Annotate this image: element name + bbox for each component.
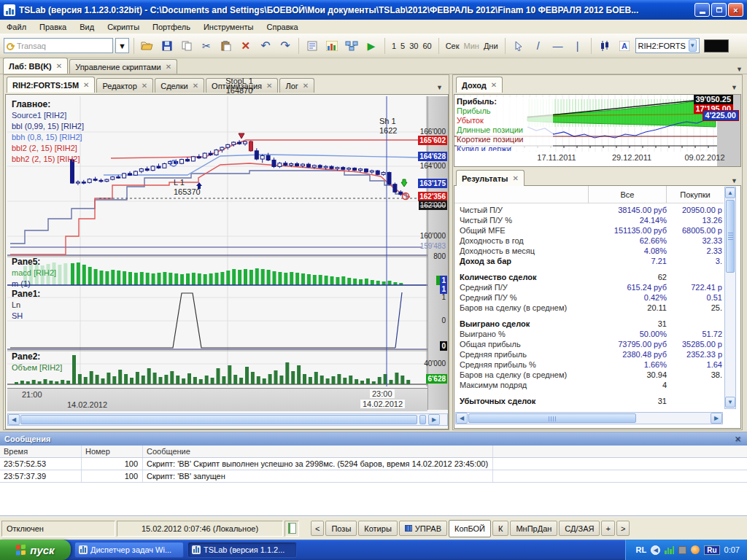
vertical-line-icon[interactable]: | [569, 37, 587, 55]
results-vscrollbar[interactable]: ▲ ▼ [724, 187, 736, 409]
close-tab-icon[interactable]: ✕ [56, 62, 62, 70]
scroll-right-icon[interactable]: ▶ [428, 414, 440, 425]
tray-app-icon[interactable] [678, 546, 686, 554]
desk-button-Котиры[interactable]: Котиры [358, 521, 398, 536]
table-row[interactable]: Баров на сделку (в среднем)30.9438. [454, 370, 724, 380]
close-button[interactable]: × [728, 3, 743, 17]
notes-cell[interactable] [285, 521, 299, 537]
run-script-icon[interactable]: ▶ [363, 37, 380, 55]
connection-dropdown-icon[interactable]: ▼ [115, 38, 129, 53]
message-row[interactable]: 23:57:37.39100Скрипт: 'BB' запущен [0, 470, 747, 483]
script-properties-icon[interactable] [303, 37, 321, 55]
chart-tab-RIH2:FORTS:15M[interactable]: RIH2:FORTS:15M✕ [7, 77, 95, 93]
delete-icon[interactable]: ✕ [237, 37, 255, 55]
results-vscroll-thumb[interactable] [726, 200, 735, 273]
candles-icon[interactable] [596, 37, 614, 55]
scroll-down-icon[interactable]: ▼ [725, 397, 735, 408]
symbol-combo[interactable]: RIH2:FORTS ▼ [635, 38, 700, 53]
connection-combo[interactable]: Transaq [4, 38, 113, 53]
restore-button[interactable] [711, 3, 727, 17]
trend-line-icon[interactable]: / [530, 37, 547, 55]
interval-button-30[interactable]: 30 [407, 42, 420, 50]
desk-button->[interactable]: > [616, 521, 630, 536]
menu-item-Файл[interactable]: Файл [0, 21, 33, 33]
unit-button-Мин[interactable]: Мин [462, 42, 481, 50]
start-button[interactable]: пуск [0, 540, 71, 560]
menu-item-Вид[interactable]: Вид [73, 21, 101, 33]
chart-tab-Лог[interactable]: Лог✕ [279, 78, 314, 93]
language-indicator[interactable]: Ru [704, 545, 719, 555]
tray-orange-icon[interactable] [691, 545, 700, 554]
table-row[interactable]: Количество сделок62 [454, 272, 724, 282]
redo-icon[interactable]: ↷ [276, 37, 294, 55]
script-scheme-icon[interactable] [343, 37, 360, 55]
task-button[interactable]: Диспетчер задач Wi... [74, 542, 184, 558]
results-hscroll-thumb[interactable] [468, 413, 636, 423]
scroll-up-icon[interactable]: ▲ [725, 187, 735, 198]
scroll-right-icon[interactable]: ▶ [711, 413, 722, 424]
chart-scrollbar[interactable]: ◀ ▶ [7, 413, 448, 426]
task-button[interactable]: TSLab (версия 1.1.2... [187, 542, 297, 558]
tray-tslab-icon[interactable] [665, 545, 674, 554]
tab-overflow-icon[interactable]: ▼ [736, 66, 743, 557]
table-row[interactable]: Доходность в месяц4.08%2.33 [454, 246, 724, 256]
desk-button-К[interactable]: К [492, 521, 508, 536]
table-row[interactable]: Средний П/У %0.42%0.51 [454, 292, 724, 303]
tab-Управление скриптами[interactable]: Управление скриптами✕ [69, 59, 177, 74]
close-tab-icon[interactable]: ✕ [303, 82, 309, 90]
copy-icon[interactable] [178, 37, 196, 55]
tray-collapse-icon[interactable]: ◀ [651, 545, 660, 555]
table-row[interactable]: Чистый П/У38145.00 руб20950.00 р [454, 205, 724, 215]
table-row[interactable]: Убыточных сделок31 [454, 396, 724, 406]
menu-item-Справка[interactable]: Справка [260, 21, 305, 33]
interval-button-60[interactable]: 60 [420, 42, 433, 50]
tab-Лаб: BB(K)[interactable]: Лаб: BB(K)✕ [3, 58, 68, 74]
column-number[interactable]: Номер [82, 446, 143, 457]
table-row[interactable]: Доход за бар7.213. [454, 256, 724, 266]
message-row[interactable]: 23:57:52.53100Скрипт: 'BB' Скрипт выполн… [0, 458, 747, 470]
chart-tab-Редактор[interactable]: Редактор✕ [96, 78, 153, 93]
menu-item-Инструменты[interactable]: Инструменты [197, 21, 260, 33]
desk-button-СД/ЗАЯ[interactable]: СД/ЗАЯ [559, 521, 600, 536]
results-hscrollbar[interactable]: ◀ ▶ [455, 412, 723, 424]
interval-button-1[interactable]: 1 [390, 42, 398, 50]
paste-icon[interactable] [217, 37, 235, 55]
desk-button-+[interactable]: + [601, 521, 614, 536]
close-tab-icon[interactable]: ✕ [142, 82, 147, 90]
table-row[interactable]: Выиграно сделок31 [454, 319, 724, 329]
unit-button-Дни[interactable]: Дни [481, 42, 500, 50]
undo-icon[interactable]: ↶ [257, 37, 274, 55]
close-tab-icon[interactable]: ✕ [266, 82, 272, 90]
symbol-dropdown-icon[interactable]: ▼ [689, 39, 697, 52]
column-time[interactable]: Время [0, 446, 82, 457]
desk-button-УПРАВ[interactable]: УПРАВ [399, 521, 447, 536]
menu-item-Правка[interactable]: Правка [33, 21, 73, 33]
close-tab-icon[interactable]: ✕ [193, 82, 198, 90]
unit-button-Сек[interactable]: Сек [444, 42, 462, 50]
table-row[interactable]: Средняя прибыль %1.66%1.64 [454, 359, 724, 370]
table-row[interactable]: Общий MFE151135.00 руб68005.00 р [454, 225, 724, 236]
desk-button-Позы[interactable]: Позы [325, 521, 357, 536]
desk-button-<[interactable]: < [311, 521, 324, 536]
table-row[interactable]: Общая прибыль73795.00 руб35285.00 р [454, 339, 724, 349]
chart-icon[interactable] [323, 37, 341, 55]
interval-button-5[interactable]: 5 [398, 42, 407, 50]
open-folder-icon[interactable] [139, 37, 156, 55]
column-message[interactable]: Сообщение [143, 446, 493, 457]
income-chart-box[interactable]: Прибыль:ПрибыльУбытокДлинные позицииКоро… [454, 94, 741, 167]
close-tab-icon[interactable]: ✕ [512, 174, 518, 182]
table-row[interactable]: Выиграно %50.00%51.72 [454, 329, 724, 339]
scroll-left-icon[interactable]: ◀ [8, 414, 20, 425]
table-row[interactable]: Чистый П/У %24.14%13.26 [454, 215, 724, 225]
desk-button-МнПрДан[interactable]: МнПрДан [510, 521, 557, 536]
menu-item-Портфель[interactable]: Портфель [146, 21, 197, 33]
chart-scroll-thumb[interactable] [20, 415, 417, 424]
table-row[interactable]: Баров на сделку (в среднем)20.1125. [454, 303, 724, 313]
color-swatch[interactable] [704, 39, 729, 52]
table-row[interactable]: Максимум подряд4 [454, 380, 724, 390]
close-tab-icon[interactable]: ✕ [83, 81, 89, 89]
menu-item-Скрипты[interactable]: Скрипты [101, 21, 146, 33]
scroll-left-icon[interactable]: ◀ [456, 413, 468, 424]
table-row[interactable]: Средний П/У615.24 руб722.41 р [454, 282, 724, 292]
table-row[interactable]: Средняя прибыль2380.48 руб2352.33 р [454, 349, 724, 359]
